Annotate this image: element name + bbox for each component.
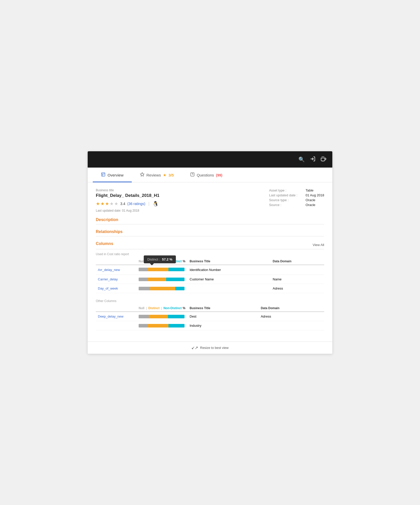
col-data-domain-3: Adress [271,284,324,293]
col-business-title-3 [188,284,271,293]
tooltip-wrapper: Distinct : 57.2 % [139,268,185,271]
columns-header: Columns View All [96,241,324,248]
oth-bar-null-1 [139,315,149,318]
oth-th-data-domain: Data Domain [259,305,324,312]
top-bar: 🔍 [88,151,332,168]
reviews-icon [140,172,145,178]
tab-questions[interactable]: Questions (99) [182,168,230,182]
oth-legend-null-text: Null [139,306,145,310]
bar-distinct-1 [148,268,168,271]
meta-value-asset-type: Table [306,188,324,192]
questions-badge: (99) [216,173,222,177]
oth-legend-sep-1: | [146,306,147,310]
other-columns-label: Other Columns [96,299,324,303]
oth-col-name-cell-empty [96,321,137,330]
review-star-icon: ★ [163,173,166,178]
oth-th-percent-label: % [183,306,186,310]
col-business-title-1: Identification Number [188,265,271,275]
used-columns-header-row: Null | Distinct | Non-Distinct % Busines… [96,258,324,265]
bar-track-2 [139,278,185,281]
rating-row: ★ ★ ★ ★ ★ 3.4 (36 ratings) | 🐧 [96,201,159,207]
oth-th-name [96,305,137,312]
asset-info: Business title Flight_Delay_ Details_201… [96,188,324,212]
oth-legend-sep-2: | [161,306,162,310]
resize-icon: ↙↗ [191,345,198,350]
col-bar-cell [137,275,188,284]
col-business-title-2: Customer Name [188,275,271,284]
tab-reviews[interactable]: Reviews ★ 3/5 [132,168,182,182]
oth-col-name-cell: Deep_delay_new [96,312,137,321]
description-divider [96,224,324,224]
oth-col-bar-cell-2 [137,321,188,330]
col-bar-cell [137,284,188,293]
tab-reviews-label: Reviews [147,173,161,177]
business-title-value: Flight_Delay_ Details_2018_H1 [96,193,159,198]
meta-value-source: Oracle [306,203,324,207]
th-percent-label: % [183,260,186,263]
columns-section: Columns View All Used in Cost ratio repo… [96,241,324,330]
bar-null-1 [139,268,148,271]
bar-track-3 [139,287,185,290]
relationships-divider [96,236,324,236]
star-1: ★ [96,201,100,207]
th-name [96,258,137,265]
star-2: ★ [100,201,104,207]
bar-distinct-2 [148,278,166,281]
description-title: Description [96,217,324,222]
table-row: Arr_delay_new Distinct : 57.2 % [96,265,324,275]
star-5: ★ [114,201,118,207]
relationships-title: Relationships [96,229,324,234]
oth-legend-nondistinct-text: Non-Distinct [163,306,181,310]
col-bar-cell: Distinct : 57.2 % [137,265,188,275]
used-in-label: Used in Cost ratio report [96,252,324,256]
oth-bar-nondistinct-1 [168,315,185,318]
footer-label: Resize to best view [200,346,229,350]
table-row: Deep_delay_new Dest Adress [96,312,324,321]
share-icon[interactable] [321,156,326,163]
tooltip-box: Distinct : 57.2 % [144,255,176,263]
oth-bar-distinct-1 [149,315,168,318]
oth-col-business-title-1: Dest [188,312,259,321]
view-all-button[interactable]: View All [313,243,324,247]
bar-null-2 [139,278,148,281]
separator: | [148,201,149,206]
col-name-carrier-delay[interactable]: Carrier_delay [98,277,118,281]
content-area: Business title Flight_Delay_ Details_201… [88,182,332,342]
main-card: 🔍 [88,151,332,354]
table-row: Day_of_week Adress [96,284,324,293]
tooltip-label: Distinct : [147,257,160,261]
used-columns-table: Null | Distinct | Non-Distinct % Busines… [96,258,324,293]
footer[interactable]: ↙↗ Resize to best view [88,342,332,354]
col-name-day-of-week[interactable]: Day_of_week [98,286,118,290]
bar-nondistinct-3 [175,287,185,290]
col-name-cell: Arr_delay_new [96,265,137,275]
ratings-count[interactable]: (36 ratings) [127,202,145,206]
columns-divider [96,249,324,249]
questions-icon [190,172,195,178]
asset-meta: Asset type : Table Last updated date : 0… [269,188,324,212]
col-name-cell: Carrier_delay [96,275,137,284]
col-name-deep-delay[interactable]: Deep_delay_new [98,315,123,318]
search-icon[interactable]: 🔍 [298,156,305,162]
tooltip-value: 57.2 % [162,257,172,261]
tab-overview[interactable]: Overview [93,168,132,182]
relationships-section: Relationships [96,229,324,236]
star-4: ★ [110,201,114,207]
oth-bar-null-2 [139,324,148,327]
table-row: Carrier_delay Customer Name Name [96,275,324,284]
star-rating: ★ ★ ★ ★ ★ [96,201,118,207]
col-data-domain-1 [271,265,324,275]
bar-nondistinct-2 [166,278,185,281]
col-data-domain-2: Name [271,275,324,284]
asset-left: Business title Flight_Delay_ Details_201… [96,188,159,212]
tab-bar: Overview Reviews ★ 3/5 Questions (99) [88,168,332,182]
col-name-arr-delay[interactable]: Arr_delay_new [98,268,120,272]
th-data-domain: Data Domain [271,258,324,265]
other-columns-section: Other Columns Null | Distinct | [96,299,324,330]
oth-bar-distinct-2 [148,324,168,327]
oth-bar-track-2 [139,324,185,327]
oth-bar-track-1 [139,315,185,318]
bar-null-3 [139,287,150,290]
oth-col-data-domain-2 [259,321,324,330]
login-icon[interactable] [310,156,316,163]
